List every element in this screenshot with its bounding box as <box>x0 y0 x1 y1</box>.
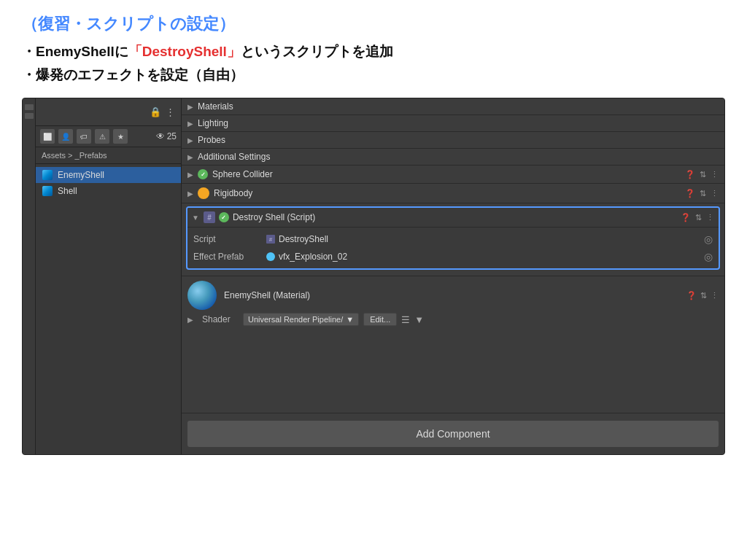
materials-header[interactable]: ▶ Materials <box>182 98 724 115</box>
checkmark-icon-2: ✓ <box>221 214 226 221</box>
unity-editor: 🔒 ⋮ ⬜ 👤 🏷 ⚠ ★ 👁 25 Assets > _Prefabs Ene… <box>22 98 725 455</box>
edit-button[interactable]: Edit... <box>363 313 397 326</box>
annotation-bullet-1: ・EnemyShellに「DestroyShell」というスクリプトを追加 <box>22 42 725 61</box>
asset-item-enemyshell[interactable]: EnemyShell <box>36 167 181 183</box>
probes-header[interactable]: ▶ Probes <box>182 132 724 149</box>
target-icon-effect[interactable]: ◎ <box>704 251 713 262</box>
sphere-collider-row[interactable]: ▶ ✓ Sphere Collider ❓ ⇅ ⋮ <box>182 166 724 184</box>
effect-prefab-value: vfx_Explosion_02 <box>266 252 704 262</box>
tag-icon[interactable]: 🏷 <box>77 129 91 144</box>
prefab-vfx-icon <box>266 252 275 261</box>
effect-name: vfx_Explosion_02 <box>279 252 347 262</box>
panel-top-bar: 🔒 ⋮ <box>36 98 181 126</box>
script-name: DestroyShell <box>279 234 328 244</box>
arrow-shader: ▶ <box>187 316 193 324</box>
more-icon-material[interactable]: ⋮ <box>711 291 719 300</box>
list-icon[interactable]: ☰ <box>401 314 410 325</box>
rigidbody-icon <box>198 187 209 199</box>
star-icon[interactable]: ★ <box>113 129 128 144</box>
lock-icon[interactable]: 🔒 <box>150 106 161 117</box>
eye-count: 👁 25 <box>156 131 177 141</box>
help-icon-destroy[interactable]: ❓ <box>681 213 691 222</box>
destroy-shell-component: ▼ # ✓ Destroy Shell (Script) ❓ ⇅ ⋮ S <box>186 206 720 270</box>
shader-value: Universal Render Pipeline/ <box>248 315 343 324</box>
sphere-collider-label: Sphere Collider <box>212 169 273 179</box>
additional-settings-label: Additional Settings <box>198 152 270 162</box>
material-row: EnemyShell (Material) ❓ ⇅ ⋮ <box>187 281 719 310</box>
sphere-collider-icons: ❓ ⇅ ⋮ <box>685 170 719 179</box>
partial-icon-2 <box>25 113 34 119</box>
script-field-label: Script <box>193 234 266 244</box>
prefab-icon-enemyshell <box>42 169 53 181</box>
annotation-title: （復習・スクリプトの設定） <box>22 13 725 35</box>
lighting-label: Lighting <box>198 118 228 128</box>
more-icon-rigidbody[interactable]: ⋮ <box>711 189 719 198</box>
material-info: EnemyShell (Material) <box>224 290 679 300</box>
material-name: EnemyShell (Material) <box>224 290 679 300</box>
arrow-materials: ▶ <box>187 103 193 111</box>
lighting-header[interactable]: ▶ Lighting <box>182 115 724 132</box>
inspector-scroll: ▶ Materials ▶ Lighting ▶ Probes ▶ Additi… <box>182 98 724 454</box>
script-field-value: # DestroyShell <box>266 234 704 244</box>
more-icon-destroy[interactable]: ⋮ <box>706 213 714 222</box>
sphere-collider-toggle[interactable]: ✓ <box>198 169 208 179</box>
destroy-shell-icons: ❓ ⇅ ⋮ <box>681 213 714 222</box>
additional-settings-header[interactable]: ▶ Additional Settings <box>182 149 724 166</box>
rigidbody-icons: ❓ ⇅ ⋮ <box>685 189 719 198</box>
search-icon[interactable]: ⬜ <box>40 129 55 144</box>
destroy-shell-header[interactable]: ▼ # ✓ Destroy Shell (Script) ❓ ⇅ ⋮ <box>187 208 719 228</box>
help-icon-material[interactable]: ❓ <box>686 291 697 300</box>
settings-icon-rigidbody[interactable]: ⇅ <box>700 189 706 198</box>
target-icon-script[interactable]: ◎ <box>704 233 713 245</box>
breadcrumb: Assets > _Prefabs <box>36 147 181 164</box>
asset-item-shell[interactable]: Shell <box>36 183 181 199</box>
material-icons-right: ❓ ⇅ ⋮ <box>686 291 719 300</box>
arrow-probes: ▶ <box>187 136 193 144</box>
add-component-button[interactable]: Add Component <box>187 421 719 447</box>
effect-prefab-label: Effect Prefab <box>193 252 266 262</box>
annotation-area: （復習・スクリプトの設定） ・EnemyShellに「DestroyShell」… <box>0 0 747 98</box>
annotation-bullet-2: ・爆発のエフェクトを設定（自由） <box>22 66 725 85</box>
arrow-rigidbody: ▶ <box>187 190 193 198</box>
asset-label-enemyshell: EnemyShell <box>58 170 104 180</box>
rigidbody-label: Rigidbody <box>214 188 252 198</box>
rigidbody-row[interactable]: ▶ Rigidbody ❓ ⇅ ⋮ <box>182 184 724 203</box>
arrow-destroy-shell: ▼ <box>192 214 199 222</box>
settings-icon-sphere[interactable]: ⇅ <box>700 170 706 179</box>
prefab-icon-shell <box>42 185 53 197</box>
probes-label: Probes <box>198 135 225 145</box>
checkmark-icon: ✓ <box>201 171 206 178</box>
material-section: EnemyShell (Material) ❓ ⇅ ⋮ ▶ Shader Uni… <box>182 276 724 330</box>
settings-icon-destroy[interactable]: ⇅ <box>695 213 702 222</box>
help-icon-rigidbody[interactable]: ❓ <box>685 189 695 198</box>
project-toolbar: ⬜ 👤 🏷 ⚠ ★ 👁 25 <box>36 126 181 147</box>
warning-icon[interactable]: ⚠ <box>95 129 109 144</box>
script-file-icon: # <box>266 235 275 244</box>
destroy-shell-fields: Script # DestroyShell ◎ Effect Prefab vf… <box>187 228 719 268</box>
destroy-shell-label: Destroy Shell (Script) <box>233 212 315 222</box>
arrow-sphere-collider: ▶ <box>187 171 193 179</box>
asset-label-shell: Shell <box>58 186 77 196</box>
bullet1-suffix: というスクリプトを追加 <box>241 44 393 59</box>
left-partial-panel <box>23 98 36 454</box>
dropdown-arrow-icon: ▼ <box>346 315 354 324</box>
script-field-row: Script # DestroyShell ◎ <box>193 230 713 248</box>
material-sphere-preview <box>187 281 217 310</box>
project-panel: 🔒 ⋮ ⬜ 👤 🏷 ⚠ ★ 👁 25 Assets > _Prefabs Ene… <box>36 98 182 454</box>
settings-icon-material[interactable]: ⇅ <box>700 291 707 300</box>
bullet1-highlight: 「DestroyShell」 <box>128 44 241 59</box>
shader-dropdown[interactable]: Universal Render Pipeline/ ▼ <box>243 313 359 326</box>
more-icon-sphere[interactable]: ⋮ <box>711 170 719 179</box>
eye-count-value: 25 <box>167 131 177 141</box>
add-component-area: Add Component <box>182 413 724 454</box>
eye-icon: 👁 <box>156 131 165 141</box>
shader-row: ▶ Shader Universal Render Pipeline/ ▼ Ed… <box>187 313 719 326</box>
kebab-icon[interactable]: ⋮ <box>166 106 175 117</box>
materials-label: Materials <box>198 101 233 112</box>
partial-icon-1 <box>25 104 34 110</box>
filter-icon[interactable]: 👤 <box>58 129 73 144</box>
arrow-lighting: ▶ <box>187 120 193 128</box>
help-icon-sphere[interactable]: ❓ <box>685 170 695 179</box>
chevron-down-icon[interactable]: ▼ <box>414 314 424 325</box>
destroy-shell-toggle[interactable]: ✓ <box>219 212 229 222</box>
